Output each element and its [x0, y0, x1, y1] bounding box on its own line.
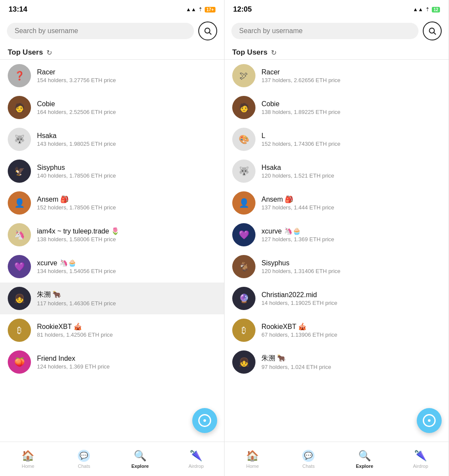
user-item[interactable]: 💜xcurve 🦄🧁134 holders, 1.54056 ETH price — [0, 251, 224, 283]
search-wrapper-right[interactable] — [231, 23, 418, 39]
user-item[interactable]: 🧑Cobie164 holders, 2.52506 ETH price — [0, 92, 224, 123]
user-name: Sisyphus — [261, 259, 441, 267]
user-item[interactable]: 🐺Hsaka120 holders, 1.521 ETH price — [224, 155, 449, 187]
user-name: RookieXBT 🎪 — [261, 322, 441, 331]
avatar: 🔮 — [232, 287, 255, 310]
user-name: Racer — [261, 68, 441, 76]
refresh-icon-left[interactable]: ↻ — [46, 49, 52, 57]
fab-dot-left — [203, 419, 206, 422]
user-item[interactable]: 👤Ansem 🎒152 holders, 1.78506 ETH price — [0, 187, 224, 219]
status-bar-left: 13:14 ▲▲ ⇡ 17+ — [0, 0, 224, 17]
refresh-icon-right[interactable]: ↻ — [271, 49, 277, 57]
user-item[interactable]: 👧朱溯 🐂117 holders, 1.46306 ETH price — [0, 283, 224, 314]
user-item[interactable]: 🦅Sisyphus140 holders, 1.78506 ETH price — [0, 155, 224, 187]
user-stats: 164 holders, 2.52506 ETH price — [37, 109, 216, 115]
signal-icon-left: ▲▲ — [186, 6, 196, 12]
user-item[interactable]: 🍑Friend Index124 holders, 1.369 ETH pric… — [0, 346, 224, 378]
airdrop-nav-icon: 🌂 — [414, 450, 427, 462]
battery-right: 12 — [432, 7, 440, 12]
chats-nav-icon: 💬 — [78, 450, 90, 462]
phone-panel-left: 13:14 ▲▲ ⇡ 17+ Top Users ↻ ❓Racer154 hol… — [0, 0, 224, 476]
user-stats: 97 holders, 1.024 ETH price — [261, 364, 441, 370]
svg-line-3 — [434, 33, 436, 35]
user-item[interactable]: ❓Racer154 holders, 3.27756 ETH price — [0, 60, 224, 92]
user-stats: 124 holders, 1.369 ETH price — [37, 363, 216, 370]
chats-nav-label: Chats — [78, 464, 90, 469]
user-name: Hsaka — [37, 132, 216, 140]
user-item[interactable]: 👤Ansem 🎒137 holders, 1.444 ETH price — [224, 187, 449, 219]
signal-icon-right: ▲▲ — [413, 6, 423, 12]
user-name: xcurve 🦄🧁 — [37, 259, 216, 267]
avatar: 🧑 — [8, 96, 31, 119]
section-header-right: Top Users ↻ — [224, 45, 449, 60]
user-stats: 120 holders, 1.521 ETH price — [261, 172, 441, 179]
user-name: Sisyphus — [37, 164, 216, 172]
user-name: Cobie — [261, 100, 441, 108]
svg-point-0 — [205, 28, 210, 33]
user-stats: 127 holders, 1.369 ETH price — [261, 236, 441, 243]
user-name: xcurve 🦄🧁 — [261, 227, 441, 235]
section-title-left: Top Users — [8, 48, 43, 57]
user-item[interactable]: 🧑Cobie138 holders, 1.89225 ETH price — [224, 92, 449, 123]
user-item[interactable]: ₿RookieXBT 🎪81 holders, 1.42506 ETH pric… — [0, 314, 224, 346]
search-button-left[interactable] — [198, 21, 217, 40]
user-info: Sisyphus140 holders, 1.78506 ETH price — [37, 164, 216, 179]
user-item[interactable]: 🐺Hsaka143 holders, 1.98025 ETH price — [0, 123, 224, 155]
avatar: 🦅 — [8, 160, 31, 183]
status-bar-right: 12:05 ▲▲ ⇡ 12 — [224, 0, 449, 17]
search-wrapper-left[interactable] — [7, 23, 194, 39]
nav-item-home[interactable]: 🏠Home — [237, 450, 268, 469]
status-icons-left: ▲▲ ⇡ 17+ — [186, 6, 215, 12]
search-input-right[interactable] — [239, 27, 411, 35]
user-name: Hsaka — [261, 164, 441, 172]
nav-item-chats[interactable]: 💬Chats — [69, 450, 99, 469]
wifi-icon-left: ⇡ — [198, 6, 203, 12]
explore-nav-label: Explore — [356, 464, 373, 469]
nav-item-explore[interactable]: 🔍Explore — [350, 450, 380, 469]
user-info: iam4x ~ try tuleep.trade 🌷138 holders, 1… — [37, 227, 216, 243]
status-time-left: 13:14 — [9, 5, 27, 14]
search-input-left[interactable] — [15, 27, 186, 35]
nav-item-home[interactable]: 🏠Home — [13, 450, 43, 469]
users-list-left: ❓Racer154 holders, 3.27756 ETH price🧑Cob… — [0, 60, 224, 442]
nav-item-explore[interactable]: 🔍Explore — [125, 450, 155, 469]
home-nav-icon: 🏠 — [246, 450, 259, 462]
nav-item-airdrop[interactable]: 🌂Airdrop — [181, 450, 211, 469]
avatar: 🐺 — [232, 160, 255, 183]
user-item[interactable]: 🔮Christian2022.mid14 holders, 1.19025 ET… — [224, 283, 449, 314]
user-name: iam4x ~ try tuleep.trade 🌷 — [37, 227, 216, 235]
user-info: Sisyphus120 holders, 1.31406 ETH price — [261, 259, 441, 274]
user-stats: 138 holders, 1.58006 ETH price — [37, 236, 216, 243]
user-item[interactable]: 🎨L152 holders, 1.74306 ETH price — [224, 123, 449, 155]
avatar: ₿ — [232, 319, 255, 342]
user-stats: 134 holders, 1.54056 ETH price — [37, 268, 216, 274]
user-info: RookieXBT 🎪67 holders, 1.13906 ETH price — [261, 322, 441, 338]
user-item[interactable]: 🐐Sisyphus120 holders, 1.31406 ETH price — [224, 251, 449, 283]
users-list-right: 🕊Racer137 holders, 2.62656 ETH price🧑Cob… — [224, 60, 449, 442]
chats-nav-label: Chats — [302, 464, 315, 469]
user-info: xcurve 🦄🧁134 holders, 1.54056 ETH price — [37, 259, 216, 274]
airdrop-nav-icon: 🌂 — [190, 450, 203, 462]
user-item[interactable]: 👧朱溯 🐂97 holders, 1.024 ETH price — [224, 346, 449, 378]
avatar: 💜 — [232, 223, 255, 246]
home-nav-icon: 🏠 — [22, 450, 34, 462]
svg-point-2 — [429, 28, 434, 33]
user-name: Christian2022.mid — [261, 291, 441, 299]
user-item[interactable]: 🕊Racer137 holders, 2.62656 ETH price — [224, 60, 449, 92]
avatar: 🧑 — [232, 96, 255, 119]
user-name: Friend Index — [37, 355, 216, 362]
nav-item-airdrop[interactable]: 🌂Airdrop — [406, 450, 436, 469]
user-item[interactable]: ₿RookieXBT 🎪67 holders, 1.13906 ETH pric… — [224, 314, 449, 346]
nav-item-chats[interactable]: 💬Chats — [293, 450, 323, 469]
fab-button-right[interactable] — [417, 408, 442, 433]
fab-button-left[interactable] — [192, 408, 217, 433]
user-name: Ansem 🎒 — [37, 195, 216, 203]
user-info: Cobie164 holders, 2.52506 ETH price — [37, 100, 216, 115]
user-info: L152 holders, 1.74306 ETH price — [261, 132, 441, 147]
user-item[interactable]: 💜xcurve 🦄🧁127 holders, 1.369 ETH price — [224, 219, 449, 251]
explore-nav-icon: 🔍 — [134, 450, 147, 462]
fab-inner-right — [423, 414, 436, 427]
search-button-right[interactable] — [423, 21, 442, 40]
chats-nav-icon: 💬 — [302, 450, 314, 462]
user-item[interactable]: 🦄iam4x ~ try tuleep.trade 🌷138 holders, … — [0, 219, 224, 251]
